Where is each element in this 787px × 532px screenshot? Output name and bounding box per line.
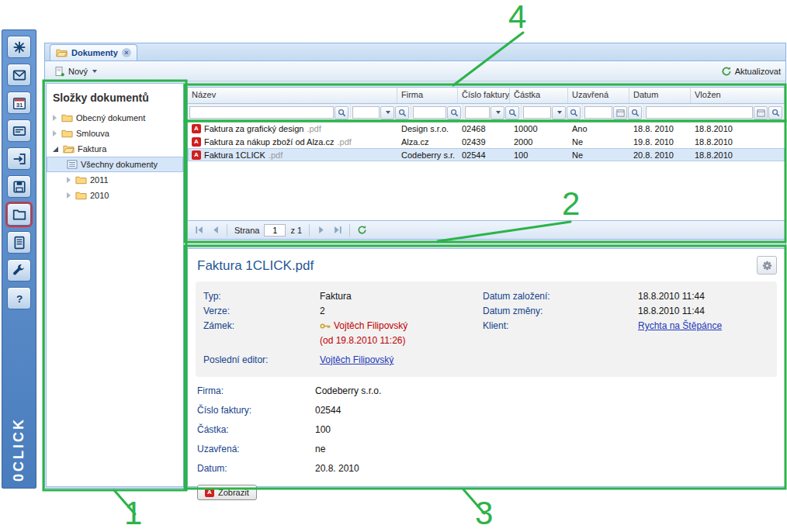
annotation-number-4: 4 — [508, 0, 526, 34]
filter-firma-dropdown[interactable] — [380, 106, 394, 119]
column-header-cislo-faktury[interactable]: Číslo faktury — [458, 88, 510, 103]
tree-item-label: Faktura — [78, 144, 106, 154]
cell-vlozen: 18.8.2010 — [691, 150, 785, 160]
sidebar-button-cards[interactable] — [7, 119, 31, 142]
table-row[interactable]: AFaktura za nákup zboží od Alza.cz.pdf A… — [188, 135, 785, 148]
tab-close-icon[interactable]: × — [122, 48, 131, 57]
grid-pager: Strana z 1 — [188, 220, 785, 239]
cell-castka: 2000 — [510, 137, 568, 147]
expand-collapsed-icon[interactable] — [67, 177, 71, 183]
calendar-icon — [757, 109, 765, 117]
column-header-datum[interactable]: Datum — [629, 88, 691, 103]
column-header-firma[interactable]: Firma — [397, 88, 458, 103]
chevron-down-icon — [92, 70, 97, 73]
filter-castka-dropdown[interactable] — [491, 106, 504, 119]
detail-settings-button[interactable] — [757, 256, 777, 275]
prev-page-button[interactable] — [208, 223, 222, 237]
editor-link[interactable]: Vojtěch Filipovský — [320, 353, 394, 368]
last-page-icon — [334, 226, 342, 234]
filter-cislo-input[interactable] — [413, 106, 446, 119]
first-page-button[interactable] — [192, 223, 206, 237]
filter-datum-calendar-button[interactable] — [613, 106, 627, 119]
refresh-button-label: Aktualizovat — [735, 67, 781, 76]
tab-dokumenty[interactable]: Dokumenty × — [50, 44, 137, 60]
next-page-button[interactable] — [314, 223, 328, 237]
sidebar-button-help[interactable]: ? — [7, 287, 31, 309]
annotation-line-1 — [114, 490, 135, 514]
sidebar-button-documents[interactable] — [7, 203, 31, 226]
document-name: Faktura 1CLICK — [204, 150, 265, 160]
calendar-icon: 31 — [12, 96, 26, 110]
sidebar-button-system[interactable] — [7, 36, 31, 58]
filter-castka-input[interactable] — [465, 106, 490, 119]
tree-item-faktura[interactable]: Faktura — [47, 141, 183, 157]
refresh-button[interactable]: Aktualizovat — [721, 66, 781, 77]
detail-right-column: Datum založení:18.8.2010 11:44 Datum změ… — [483, 289, 769, 368]
filter-datum-input[interactable] — [584, 106, 612, 119]
grid-body: AFaktura za grafický design.pdf Design s… — [188, 122, 785, 220]
column-header-vlozen[interactable]: Vložen — [691, 88, 785, 103]
page-number-input[interactable] — [264, 224, 286, 237]
tree-item-vsechny-dokumenty[interactable]: Všechny dokumenty — [47, 157, 183, 172]
expand-collapsed-icon[interactable] — [53, 115, 57, 121]
column-header-nazev[interactable]: Název — [188, 88, 397, 103]
filter-vlozen-input[interactable] — [646, 106, 753, 119]
zobrazit-button[interactable]: A Zobrazit — [197, 485, 257, 500]
klient-link[interactable]: Rychta na Štěpánce — [638, 319, 722, 333]
filter-vlozen-search-button[interactable] — [768, 106, 782, 119]
detail-fields: Firma:Codeberry s.r.o. Číslo faktury:025… — [188, 377, 785, 475]
sidebar-button-export[interactable] — [7, 147, 31, 170]
new-button[interactable]: Nový — [50, 64, 102, 79]
snowflake-icon — [12, 40, 26, 54]
sidebar-button-save[interactable] — [7, 175, 31, 198]
annotation-number-1: 1 — [124, 496, 142, 530]
filter-uzavrena-dropdown[interactable] — [552, 106, 566, 119]
tree-item-obecny-dokument[interactable]: Obecný dokument — [47, 110, 183, 126]
tree-item-smlouva[interactable]: Smlouva — [47, 126, 183, 141]
filter-cislo-search-button[interactable] — [447, 106, 461, 119]
pager-separator — [349, 224, 350, 237]
refresh-grid-button[interactable] — [355, 223, 369, 237]
filter-uzavrena-search-button[interactable] — [567, 106, 581, 119]
sidebar-button-calendar[interactable]: 31 — [7, 92, 31, 114]
search-icon — [771, 109, 780, 117]
tree-item-label: Obecný dokument — [76, 113, 145, 123]
open-folder-icon — [63, 144, 75, 154]
folders-panel-title: Složky dokumentů — [47, 88, 183, 110]
filter-nazev-input[interactable] — [189, 106, 334, 119]
zamek-note: (od 19.8.2010 11:26) — [320, 333, 406, 348]
filter-firma-search-button[interactable] — [395, 106, 409, 119]
chevron-down-icon — [557, 111, 562, 114]
filter-uzavrena-input[interactable] — [523, 106, 551, 119]
filter-datum-search-button[interactable] — [628, 106, 642, 119]
expand-expanded-icon[interactable] — [53, 147, 58, 152]
next-page-icon — [317, 226, 326, 234]
column-header-castka[interactable]: Částka — [510, 88, 568, 103]
column-header-uzavrena[interactable]: Uzavřená — [568, 88, 629, 103]
card-icon — [12, 124, 26, 138]
filter-cell-vlozen — [644, 104, 785, 121]
zmeny-label: Datum změny: — [483, 304, 638, 319]
tree-item-2010[interactable]: 2010 — [47, 188, 183, 203]
klient-label: Klient: — [483, 319, 638, 333]
tree-item-2011[interactable]: 2011 — [47, 172, 183, 188]
key-icon — [320, 323, 331, 330]
filter-nazev-search-button[interactable] — [335, 106, 348, 119]
filter-castka-search-button[interactable] — [505, 106, 519, 119]
sidebar-button-mail[interactable] — [7, 64, 31, 86]
sidebar-button-tools[interactable] — [7, 259, 31, 282]
table-row[interactable]: AFaktura za grafický design.pdf Design s… — [188, 122, 785, 135]
verze-value: 2 — [320, 304, 325, 319]
search-icon — [508, 109, 517, 117]
filter-firma-input[interactable] — [352, 106, 380, 119]
expand-collapsed-icon[interactable] — [67, 192, 71, 199]
cislo-faktury-value: 02544 — [315, 404, 341, 417]
cell-vlozen: 18.8.2010 — [691, 124, 785, 133]
folder-icon — [75, 191, 87, 200]
last-page-button[interactable] — [331, 223, 345, 237]
table-row-selected[interactable]: AFaktura 1CLICK.pdf Codeberry s.r. 02544… — [188, 148, 785, 161]
expand-collapsed-icon[interactable] — [53, 130, 57, 136]
sidebar-button-invoices[interactable] — [7, 231, 31, 254]
help-icon: ? — [12, 292, 26, 306]
filter-vlozen-calendar-button[interactable] — [754, 106, 768, 119]
